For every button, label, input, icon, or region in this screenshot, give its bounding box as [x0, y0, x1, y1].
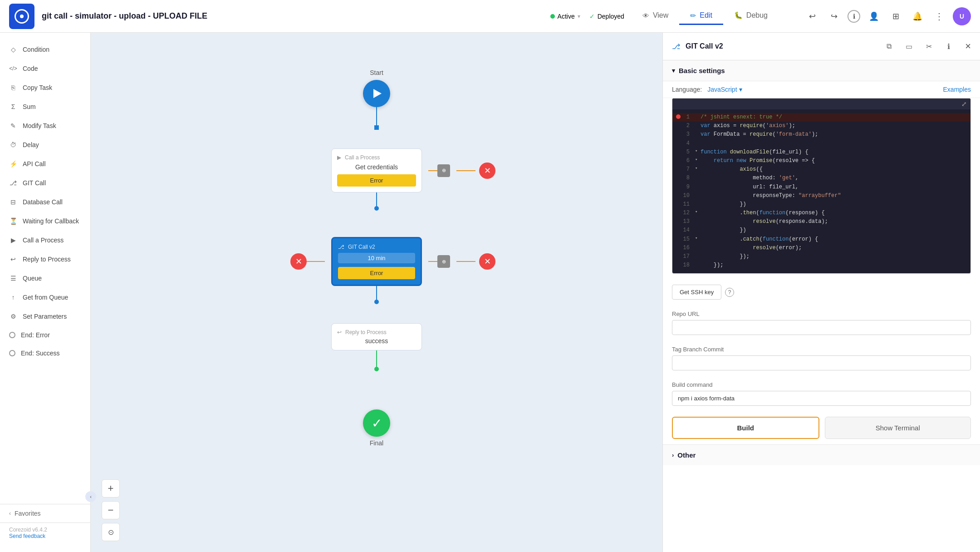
code-editor[interactable]: ⤢ 1 /* jshint esnext: true */ 2 — [672, 98, 971, 274]
connector-green — [376, 350, 377, 367]
profile-button[interactable]: 👤 — [866, 8, 882, 25]
code-line-9: 9 url: file_url, — [672, 183, 970, 192]
show-terminal-btn[interactable]: Show Terminal — [825, 417, 971, 439]
sidebar-item-sum[interactable]: Σ Sum — [0, 97, 90, 116]
panel-copy-btn[interactable]: ⧉ — [882, 39, 896, 54]
call-process-node[interactable]: ▶ Call a Process Get credentials Error — [331, 148, 422, 192]
panel-content: ▾ Basic settings Language: JavaScript ▾ … — [663, 60, 980, 552]
panel-cut-btn[interactable]: ✂ — [921, 39, 936, 54]
nav-debug[interactable]: 🐛 Debug — [723, 8, 779, 25]
build-cmd-input[interactable] — [672, 391, 971, 406]
git-timer: 10 min — [338, 253, 415, 263]
panel-expand-btn[interactable]: ▭ — [902, 39, 916, 54]
sidebar-item-reply-process[interactable]: ↩ Reply to Process — [0, 250, 90, 269]
examples-link[interactable]: Examples — [943, 86, 971, 93]
merge-icon-2[interactable]: ⊕ — [437, 255, 450, 268]
api-icon: ⚡ — [9, 160, 17, 168]
favorites-section[interactable]: ‹ Favorites — [0, 504, 90, 522]
ssh-help-icon[interactable]: ? — [725, 288, 734, 297]
zoom-out-btn[interactable]: − — [102, 501, 120, 519]
lang-chevron-icon: ▾ — [739, 86, 742, 93]
code-line-18: 18 }); — [672, 261, 970, 270]
panel-close-btn[interactable]: × — [965, 40, 971, 52]
notification-button[interactable]: 🔔 — [909, 8, 926, 25]
call-process-error-btn[interactable]: Error — [337, 174, 416, 187]
fit-screen-btn[interactable]: ⊙ — [102, 523, 120, 541]
reply-process-node[interactable]: ↩ Reply to Process success — [331, 323, 422, 350]
cancel-button-1[interactable]: ✕ — [479, 163, 495, 179]
sidebar-item-modify-task[interactable]: ✎ Modify Task — [0, 116, 90, 135]
nav-view[interactable]: 👁 View — [632, 8, 679, 25]
connector-dot-3 — [374, 300, 379, 304]
code-editor-header: ⤢ — [672, 99, 970, 109]
sidebar-item-condition[interactable]: ◇ Condition — [0, 40, 90, 59]
connector-2 — [376, 192, 377, 206]
sidebar-item-git-call[interactable]: ⎇ GIT Call — [0, 173, 90, 192]
sidebar-item-api-call[interactable]: ⚡ API Call — [0, 154, 90, 173]
end-error-icon — [9, 332, 15, 338]
end-success-icon — [9, 350, 15, 356]
code-lines: 1 /* jshint esnext: true */ 2 var axios … — [672, 109, 970, 273]
sidebar-item-copy-task[interactable]: ⎘ Copy Task — [0, 78, 90, 97]
sidebar-item-call-process[interactable]: ▶ Call a Process — [0, 231, 90, 250]
code-line-11: 11 }) — [672, 200, 970, 209]
logo-icon — [15, 9, 29, 24]
section-chevron-icon: ▾ — [672, 67, 675, 74]
sidebar-item-end-success[interactable]: End: Success — [0, 344, 90, 362]
panel-info-btn[interactable]: ℹ — [941, 39, 956, 54]
zoom-in-btn[interactable]: + — [102, 479, 120, 498]
redo-button[interactable]: ↪ — [826, 8, 842, 25]
right-panel: ⎇ GIT Call v2 ⧉ ▭ ✂ ℹ × ▾ Basic settings… — [662, 33, 980, 552]
undo-button[interactable]: ↩ — [804, 8, 820, 25]
get-ssh-key-btn[interactable]: Get SSH key — [672, 285, 721, 300]
queue-icon: ☰ — [9, 274, 17, 282]
connector-dot-2 — [374, 206, 379, 211]
cancel-button-left[interactable]: ✕ — [290, 253, 307, 270]
basic-settings-header[interactable]: ▾ Basic settings — [663, 60, 980, 81]
code-line-4: 4 — [672, 139, 970, 148]
expand-editor-btn[interactable]: ⤢ — [961, 100, 967, 108]
sidebar-item-get-queue[interactable]: ↑ Get from Queue — [0, 288, 90, 307]
code-line-12: 12 ▾ .then(function(response) { — [672, 209, 970, 217]
connector-3 — [376, 286, 377, 300]
sidebar-item-waiting-callback[interactable]: ⏳ Waiting for Callback — [0, 212, 90, 231]
code-line-15: 15 ▾ .catch(function(error) { — [672, 235, 970, 244]
delay-icon: ⏱ — [9, 141, 17, 149]
sidebar-item-delay[interactable]: ⏱ Delay — [0, 135, 90, 154]
repo-url-section: Repo URL — [663, 305, 980, 340]
language-select[interactable]: JavaScript ▾ — [707, 86, 742, 93]
git-call-node[interactable]: ⎇ GIT Call v2 10 min Error — [331, 237, 422, 286]
info-button[interactable]: ℹ — [848, 10, 860, 23]
ssh-row: Get SSH key ? — [663, 281, 980, 305]
sidebar-footer: Corezoid v6.4.2 Send feedback — [0, 522, 90, 545]
repo-url-input[interactable] — [672, 320, 971, 335]
sidebar-item-database-call[interactable]: ⊟ Database Call — [0, 192, 90, 212]
build-button[interactable]: Build — [672, 417, 819, 439]
build-row: Build Show Terminal — [663, 411, 980, 444]
tag-branch-input[interactable] — [672, 355, 971, 370]
sidebar-item-queue[interactable]: ☰ Queue — [0, 269, 90, 288]
status-deployed: ✓ Deployed — [589, 13, 624, 20]
status-active[interactable]: Active ▾ — [550, 13, 580, 20]
tag-branch-section: Tag Branch Commit — [663, 340, 980, 376]
reply-process-header: ↩ Reply to Process — [337, 329, 416, 335]
send-feedback-link[interactable]: Send feedback — [9, 533, 81, 539]
start-button[interactable] — [363, 80, 390, 107]
other-section-header[interactable]: › Other — [663, 444, 980, 465]
call-process-icon: ▶ — [9, 236, 17, 244]
start-node: Start — [363, 69, 390, 130]
sidebar-item-code[interactable]: </> Code — [0, 59, 90, 78]
build-cmd-label: Build command — [672, 381, 971, 388]
sidebar-collapse-btn[interactable]: ‹ — [85, 491, 91, 502]
sidebar-item-end-error[interactable]: End: Error — [0, 326, 90, 344]
more-button[interactable]: ⋮ — [931, 8, 947, 25]
nav-edit[interactable]: ✏ Edit — [679, 8, 723, 25]
avatar[interactable]: U — [953, 7, 971, 25]
sidebar-item-set-parameters[interactable]: ⚙ Set Parameters — [0, 307, 90, 326]
cancel-button-2[interactable]: ✕ — [479, 253, 495, 270]
header-status: Active ▾ ✓ Deployed — [550, 13, 624, 20]
git-error-btn[interactable]: Error — [338, 267, 415, 279]
merge-icon-1[interactable]: ⊕ — [437, 164, 450, 177]
connector-dot-1 — [374, 125, 379, 130]
grid-button[interactable]: ⊞ — [887, 8, 904, 25]
